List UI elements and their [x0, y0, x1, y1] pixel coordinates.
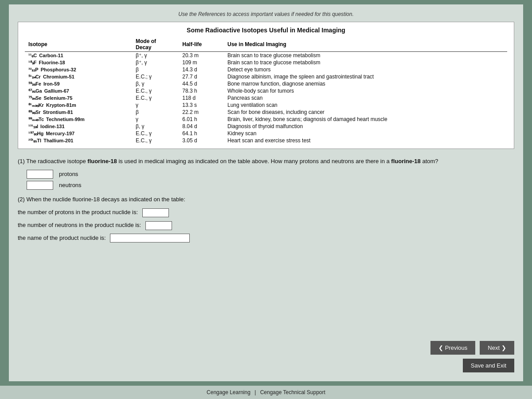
col-mode: Mode ofDecay: [132, 37, 179, 52]
cell-symbol: ⁸⁹₃₈Sr Strontium-81: [25, 109, 132, 116]
cell-halflife: 14.3 d: [179, 66, 224, 73]
cell-halflife: 64.1 h: [179, 130, 224, 137]
cell-decay: E.C., γ: [132, 87, 179, 94]
table-row: ⁶⁷₃₁Ga Gallium-67 E.C., γ 78.3 h Whole-b…: [25, 87, 507, 94]
cell-halflife: 6.01 h: [179, 116, 224, 123]
table-row: ⁷⁵₃₄Se Selenium-75 E.C., γ 118 d Pancrea…: [25, 94, 507, 102]
table-row: ¹⁹⁷₈₀Hg Mercury-197 E.C., γ 64.1 h Kidne…: [25, 130, 507, 137]
chevron-left-icon: [438, 344, 443, 351]
previous-label: Previous: [445, 344, 468, 351]
cell-use: Detect eye tumors: [224, 66, 507, 73]
question1-text: (1) The radioactive isotope fluorine-18 …: [18, 157, 514, 166]
col-isotope: Isotope: [25, 37, 132, 52]
cell-symbol: ⁷⁵₃₄Se Selenium-75: [25, 94, 132, 102]
cell-decay: β⁺, γ: [132, 59, 179, 66]
protons-neutrons-inputs: protons neutrons: [27, 170, 514, 190]
save-exit-button[interactable]: Save and Exit: [463, 359, 514, 372]
previous-button[interactable]: Previous: [430, 341, 476, 355]
table-row: ¹⁸₉F Fluorine-18 β⁺, γ 109 m Brain scan …: [25, 59, 507, 66]
cell-use: Diagnosis of thyroid malfunction: [224, 123, 507, 130]
next-label: Next: [488, 344, 500, 351]
cell-use: Whole-body scan for tumors: [224, 87, 507, 94]
reference-note: Use the References to access important v…: [18, 11, 514, 17]
q1-bold1: fluorine-18: [87, 158, 117, 164]
table-row: ⁸¹ₘ₃₆Kr Krypton-81m γ 13.3 s Lung ventil…: [25, 102, 507, 109]
cell-symbol: ³²₁₅P Phosphorus-32: [25, 66, 132, 73]
cell-symbol: ⁵¹₂₄Cr Chromium-51: [25, 73, 132, 80]
protons-input[interactable]: [27, 170, 53, 179]
cell-halflife: 118 d: [179, 94, 224, 102]
cell-halflife: 20.3 m: [179, 52, 224, 59]
cell-use: Brain, liver, kidney, bone scans; diagno…: [224, 116, 507, 123]
cell-decay: β: [132, 66, 179, 73]
cell-decay: E.C., γ: [132, 130, 179, 137]
table-row: ³²₁₅P Phosphorus-32 β 14.3 d Detect eye …: [25, 66, 507, 73]
next-button[interactable]: Next: [480, 341, 514, 355]
cell-decay: β: [132, 109, 179, 116]
neutrons-input[interactable]: [27, 181, 53, 190]
cell-halflife: 109 m: [179, 59, 224, 66]
protons-label: protons: [59, 170, 78, 179]
q2-name-row: the name of the product nuclide is:: [18, 234, 514, 243]
cell-use: Scan for bone diseases, including cancer: [224, 109, 507, 116]
footer: Cengage Learning | Cengage Technical Sup…: [0, 386, 532, 399]
cell-use: Pancreas scan: [224, 94, 507, 102]
cell-symbol: ⁸¹ₘ₃₆Kr Krypton-81m: [25, 102, 132, 109]
table-row: ⁸⁹₃₈Sr Strontium-81 β 22.2 m Scan for bo…: [25, 109, 507, 116]
cell-halflife: 44.5 d: [179, 80, 224, 87]
cell-halflife: 13.3 s: [179, 102, 224, 109]
cell-decay: E.C., γ: [132, 94, 179, 102]
footer-separator: |: [253, 389, 258, 395]
cell-decay: β, γ: [132, 123, 179, 130]
cengage-support-link[interactable]: Cengage Technical Support: [260, 389, 325, 395]
nav-area: Previous Next: [430, 341, 514, 355]
table-row: ⁵⁹₂₆Fe Iron-59 β, γ 44.5 d Bone marrow f…: [25, 80, 507, 87]
table-row: ²⁰¹₈₁Tl Thallium-201 E.C., γ 3.05 d Hear…: [25, 137, 507, 144]
cell-use: Brain scan to trace glucose metabolism: [224, 59, 507, 66]
cell-symbol: ⁵⁹₂₆Fe Iron-59: [25, 80, 132, 87]
q2-protons-row: the number of protons in the product nuc…: [18, 208, 514, 217]
col-use: Use in Medical Imaging: [224, 37, 507, 52]
cell-symbol: ¹¹₆C Carbon-11: [25, 52, 132, 59]
main-content: Use the References to access important v…: [9, 4, 523, 381]
neutrons-row: neutrons: [27, 181, 514, 190]
isotopes-table-container: Some Radioactive Isotopes Useful in Medi…: [18, 22, 514, 149]
question2-intro: (2) When the nuclide fluorine-18 decays …: [18, 195, 514, 204]
table-title: Some Radioactive Isotopes Useful in Medi…: [25, 27, 507, 34]
question1-section: (1) The radioactive isotope fluorine-18 …: [18, 157, 514, 190]
q2-name-label: the name of the product nuclide is:: [18, 235, 106, 241]
cell-decay: γ: [132, 102, 179, 109]
cell-decay: β⁺, γ: [132, 52, 179, 59]
cell-decay: E.C.; γ: [132, 73, 179, 80]
q1-bold2: fluorine-18: [391, 158, 420, 164]
cell-symbol: ¹⁸₉F Fluorine-18: [25, 59, 132, 66]
cell-symbol: ¹⁹⁷₈₀Hg Mercury-197: [25, 130, 132, 137]
q2-neutrons-row: the number of neutrons in the product nu…: [18, 221, 514, 230]
cell-use: Brain scan to trace glucose metabolism: [224, 52, 507, 59]
cell-decay: γ: [132, 116, 179, 123]
cell-symbol: ⁹⁹ₘ₄₃Tc Technetium-99m: [25, 116, 132, 123]
save-exit-area: Save and Exit: [463, 359, 514, 372]
q2-protons-input[interactable]: [142, 208, 169, 217]
cell-decay: E.C., γ: [132, 137, 179, 144]
table-row: ⁹⁹ₘ₄₃Tc Technetium-99m γ 6.01 h Brain, l…: [25, 116, 507, 123]
cell-symbol: ²⁰¹₈₁Tl Thallium-201: [25, 137, 132, 144]
q2-neutrons-label: the number of neutrons in the product nu…: [18, 222, 141, 228]
cell-halflife: 22.2 m: [179, 109, 224, 116]
col-halflife: Half-life: [179, 37, 224, 52]
cell-use: Lung ventilation scan: [224, 102, 507, 109]
question2-section: (2) When the nuclide fluorine-18 decays …: [18, 195, 514, 243]
cell-use: Kidney scan: [224, 130, 507, 137]
table-row: ¹¹₆C Carbon-11 β⁺, γ 20.3 m Brain scan t…: [25, 52, 507, 59]
cell-symbol: ⁶⁷₃₁Ga Gallium-67: [25, 87, 132, 94]
q2-name-input[interactable]: [110, 234, 190, 243]
cell-halflife: 3.05 d: [179, 137, 224, 144]
cell-halflife: 8.04 d: [179, 123, 224, 130]
cell-halflife: 27.7 d: [179, 73, 224, 80]
cengage-learning-link[interactable]: Cengage Learning: [207, 389, 250, 395]
cell-decay: β, γ: [132, 80, 179, 87]
protons-row: protons: [27, 170, 514, 179]
cell-symbol: ¹³¹₅₃I Iodine-131: [25, 123, 132, 130]
table-row: ⁵¹₂₄Cr Chromium-51 E.C.; γ 27.7 d Diagno…: [25, 73, 507, 80]
q2-neutrons-input[interactable]: [145, 221, 172, 230]
